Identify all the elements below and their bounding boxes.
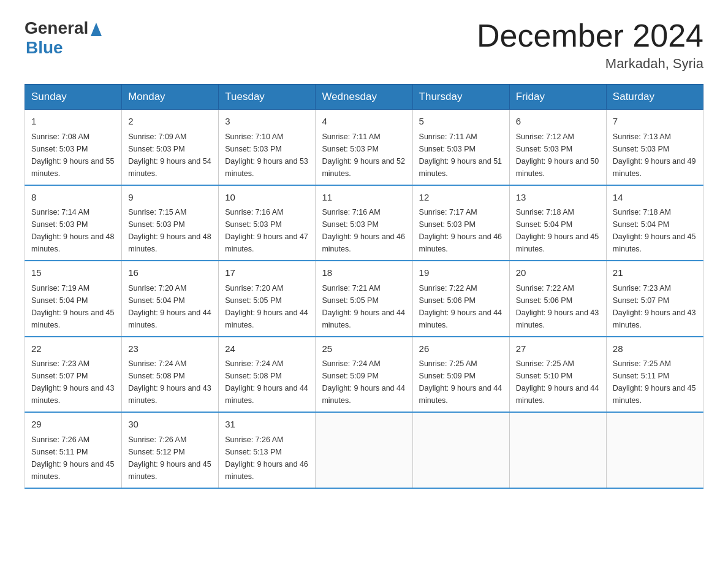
day-info: Sunrise: 7:26 AMSunset: 5:13 PMDaylight:… xyxy=(225,434,309,483)
day-info: Sunrise: 7:24 AMSunset: 5:08 PMDaylight:… xyxy=(225,358,309,407)
day-number: 17 xyxy=(225,266,309,280)
day-info: Sunrise: 7:25 AMSunset: 5:11 PMDaylight:… xyxy=(613,358,697,407)
calendar-cell xyxy=(606,412,703,488)
day-number: 27 xyxy=(516,342,600,356)
location-subtitle: Markadah, Syria xyxy=(477,56,703,72)
header-sunday: Sunday xyxy=(25,85,122,110)
header-thursday: Thursday xyxy=(412,85,509,110)
calendar-cell: 2Sunrise: 7:09 AMSunset: 5:03 PMDaylight… xyxy=(122,110,219,185)
page-header: General Blue December 2024 Markadah, Syr… xyxy=(25,18,703,72)
day-number: 1 xyxy=(31,115,115,129)
day-number: 29 xyxy=(31,418,115,432)
day-number: 4 xyxy=(322,115,406,129)
day-number: 25 xyxy=(322,342,406,356)
calendar-cell: 11Sunrise: 7:16 AMSunset: 5:03 PMDayligh… xyxy=(316,185,412,261)
day-number: 13 xyxy=(516,191,600,205)
day-number: 18 xyxy=(322,266,406,280)
calendar-cell xyxy=(509,412,606,488)
calendar-cell: 30Sunrise: 7:26 AMSunset: 5:12 PMDayligh… xyxy=(122,412,219,488)
day-number: 16 xyxy=(128,266,212,280)
day-number: 10 xyxy=(225,191,309,205)
calendar-cell: 13Sunrise: 7:18 AMSunset: 5:04 PMDayligh… xyxy=(509,185,606,261)
calendar-cell: 15Sunrise: 7:19 AMSunset: 5:04 PMDayligh… xyxy=(25,261,122,337)
calendar-cell: 16Sunrise: 7:20 AMSunset: 5:04 PMDayligh… xyxy=(122,261,219,337)
calendar-cell: 27Sunrise: 7:25 AMSunset: 5:10 PMDayligh… xyxy=(509,337,606,413)
day-info: Sunrise: 7:18 AMSunset: 5:04 PMDaylight:… xyxy=(613,206,697,255)
week-row-2: 8Sunrise: 7:14 AMSunset: 5:03 PMDaylight… xyxy=(25,185,703,261)
day-number: 15 xyxy=(31,266,115,280)
day-info: Sunrise: 7:23 AMSunset: 5:07 PMDaylight:… xyxy=(613,282,697,331)
day-info: Sunrise: 7:21 AMSunset: 5:05 PMDaylight:… xyxy=(322,282,406,331)
day-number: 3 xyxy=(225,115,309,129)
month-title: December 2024 xyxy=(477,18,703,53)
day-info: Sunrise: 7:23 AMSunset: 5:07 PMDaylight:… xyxy=(31,358,115,407)
week-row-1: 1Sunrise: 7:08 AMSunset: 5:03 PMDaylight… xyxy=(25,110,703,185)
day-number: 6 xyxy=(516,115,600,129)
day-number: 2 xyxy=(128,115,212,129)
day-info: Sunrise: 7:17 AMSunset: 5:03 PMDaylight:… xyxy=(419,206,503,255)
calendar-cell: 28Sunrise: 7:25 AMSunset: 5:11 PMDayligh… xyxy=(606,337,703,413)
calendar-cell xyxy=(412,412,509,488)
calendar-cell: 21Sunrise: 7:23 AMSunset: 5:07 PMDayligh… xyxy=(606,261,703,337)
calendar-cell: 19Sunrise: 7:22 AMSunset: 5:06 PMDayligh… xyxy=(412,261,509,337)
day-number: 5 xyxy=(419,115,503,129)
calendar-cell: 9Sunrise: 7:15 AMSunset: 5:03 PMDaylight… xyxy=(122,185,219,261)
day-number: 11 xyxy=(322,191,406,205)
day-info: Sunrise: 7:13 AMSunset: 5:03 PMDaylight:… xyxy=(613,131,697,180)
day-number: 24 xyxy=(225,342,309,356)
day-info: Sunrise: 7:12 AMSunset: 5:03 PMDaylight:… xyxy=(516,131,600,180)
calendar-cell: 3Sunrise: 7:10 AMSunset: 5:03 PMDaylight… xyxy=(219,110,316,185)
day-number: 12 xyxy=(419,191,503,205)
calendar-cell: 24Sunrise: 7:24 AMSunset: 5:08 PMDayligh… xyxy=(219,337,316,413)
day-number: 7 xyxy=(613,115,697,129)
calendar-cell: 14Sunrise: 7:18 AMSunset: 5:04 PMDayligh… xyxy=(606,185,703,261)
calendar-cell: 12Sunrise: 7:17 AMSunset: 5:03 PMDayligh… xyxy=(412,185,509,261)
week-row-5: 29Sunrise: 7:26 AMSunset: 5:11 PMDayligh… xyxy=(25,412,703,488)
day-number: 31 xyxy=(225,418,309,432)
calendar-cell: 18Sunrise: 7:21 AMSunset: 5:05 PMDayligh… xyxy=(316,261,412,337)
calendar-cell: 20Sunrise: 7:22 AMSunset: 5:06 PMDayligh… xyxy=(509,261,606,337)
day-info: Sunrise: 7:08 AMSunset: 5:03 PMDaylight:… xyxy=(31,131,115,180)
title-block: December 2024 Markadah, Syria xyxy=(477,18,703,72)
header-friday: Friday xyxy=(509,85,606,110)
day-number: 20 xyxy=(516,266,600,280)
logo-block: General Blue xyxy=(25,18,102,58)
logo-general-text: General xyxy=(25,18,88,38)
day-info: Sunrise: 7:16 AMSunset: 5:03 PMDaylight:… xyxy=(322,206,406,255)
day-info: Sunrise: 7:10 AMSunset: 5:03 PMDaylight:… xyxy=(225,131,309,180)
logo-blue-text: Blue xyxy=(26,38,102,58)
calendar-body: 1Sunrise: 7:08 AMSunset: 5:03 PMDaylight… xyxy=(25,110,703,488)
calendar-cell: 10Sunrise: 7:16 AMSunset: 5:03 PMDayligh… xyxy=(219,185,316,261)
day-info: Sunrise: 7:24 AMSunset: 5:09 PMDaylight:… xyxy=(322,358,406,407)
day-info: Sunrise: 7:14 AMSunset: 5:03 PMDaylight:… xyxy=(31,206,115,255)
day-info: Sunrise: 7:25 AMSunset: 5:10 PMDaylight:… xyxy=(516,358,600,407)
day-number: 30 xyxy=(128,418,212,432)
calendar-cell: 5Sunrise: 7:11 AMSunset: 5:03 PMDaylight… xyxy=(412,110,509,185)
header-row: SundayMondayTuesdayWednesdayThursdayFrid… xyxy=(25,85,703,110)
day-info: Sunrise: 7:20 AMSunset: 5:04 PMDaylight:… xyxy=(128,282,212,331)
calendar-cell: 6Sunrise: 7:12 AMSunset: 5:03 PMDaylight… xyxy=(509,110,606,185)
day-info: Sunrise: 7:11 AMSunset: 5:03 PMDaylight:… xyxy=(419,131,503,180)
svg-marker-0 xyxy=(91,23,102,36)
calendar-cell: 8Sunrise: 7:14 AMSunset: 5:03 PMDaylight… xyxy=(25,185,122,261)
calendar-cell: 1Sunrise: 7:08 AMSunset: 5:03 PMDaylight… xyxy=(25,110,122,185)
day-number: 28 xyxy=(613,342,697,356)
day-info: Sunrise: 7:20 AMSunset: 5:05 PMDaylight:… xyxy=(225,282,309,331)
day-info: Sunrise: 7:15 AMSunset: 5:03 PMDaylight:… xyxy=(128,206,212,255)
day-info: Sunrise: 7:09 AMSunset: 5:03 PMDaylight:… xyxy=(128,131,212,180)
day-number: 22 xyxy=(31,342,115,356)
day-info: Sunrise: 7:26 AMSunset: 5:12 PMDaylight:… xyxy=(128,434,212,483)
day-number: 21 xyxy=(613,266,697,280)
day-info: Sunrise: 7:19 AMSunset: 5:04 PMDaylight:… xyxy=(31,282,115,331)
week-row-3: 15Sunrise: 7:19 AMSunset: 5:04 PMDayligh… xyxy=(25,261,703,337)
day-info: Sunrise: 7:11 AMSunset: 5:03 PMDaylight:… xyxy=(322,131,406,180)
day-info: Sunrise: 7:24 AMSunset: 5:08 PMDaylight:… xyxy=(128,358,212,407)
day-number: 14 xyxy=(613,191,697,205)
calendar-cell: 22Sunrise: 7:23 AMSunset: 5:07 PMDayligh… xyxy=(25,337,122,413)
logo-arrow-icon xyxy=(91,23,102,36)
day-number: 19 xyxy=(419,266,503,280)
day-number: 23 xyxy=(128,342,212,356)
header-wednesday: Wednesday xyxy=(316,85,412,110)
week-row-4: 22Sunrise: 7:23 AMSunset: 5:07 PMDayligh… xyxy=(25,337,703,413)
calendar-cell: 17Sunrise: 7:20 AMSunset: 5:05 PMDayligh… xyxy=(219,261,316,337)
